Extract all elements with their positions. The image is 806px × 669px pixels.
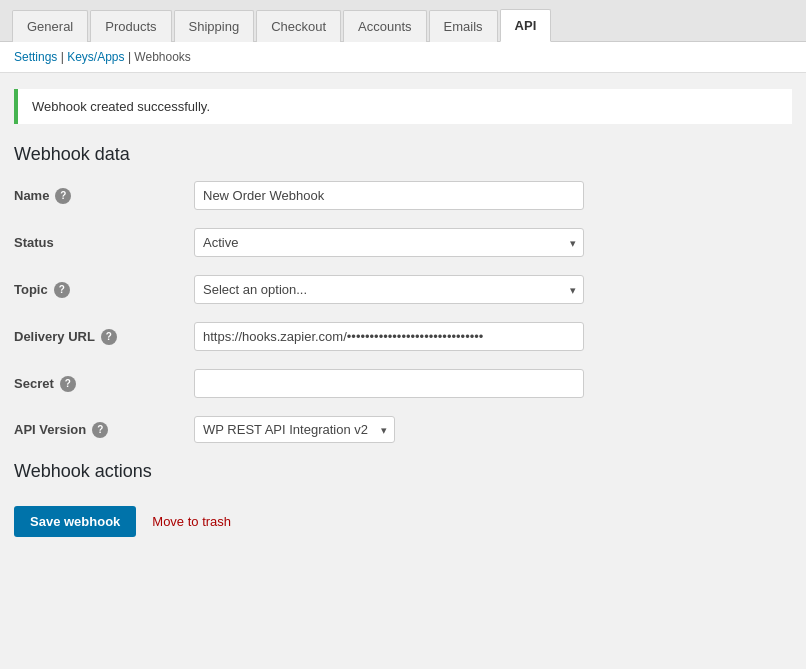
tab-shipping[interactable]: Shipping xyxy=(174,10,255,42)
delivery-url-label: Delivery URL ? xyxy=(14,329,194,345)
success-message: Webhook created successfully. xyxy=(32,99,210,114)
move-to-trash-button[interactable]: Move to trash xyxy=(152,514,231,529)
secret-input[interactable] xyxy=(194,369,584,398)
name-input-wrapper xyxy=(194,181,792,210)
delivery-url-input[interactable] xyxy=(194,322,584,351)
api-version-row: API Version ? WP REST API Integration v2… xyxy=(14,416,792,443)
name-row: Name ? xyxy=(14,181,792,210)
topic-row: Topic ? Select an option... ▾ xyxy=(14,275,792,304)
save-webhook-button[interactable]: Save webhook xyxy=(14,506,136,537)
name-help-icon[interactable]: ? xyxy=(55,188,71,204)
action-buttons: Save webhook Move to trash xyxy=(14,506,792,537)
delivery-url-input-wrapper xyxy=(194,322,792,351)
tab-accounts[interactable]: Accounts xyxy=(343,10,426,42)
breadcrumb-sep2: | xyxy=(128,50,131,64)
status-select[interactable]: Active Inactive Paused xyxy=(194,228,584,257)
delivery-url-help-icon[interactable]: ? xyxy=(101,329,117,345)
breadcrumb-settings[interactable]: Settings xyxy=(14,50,57,64)
tab-api[interactable]: API xyxy=(500,9,552,42)
secret-label: Secret ? xyxy=(14,376,194,392)
topic-help-icon[interactable]: ? xyxy=(54,282,70,298)
form-section: Name ? Status Active Inactive Paused ▾ xyxy=(14,181,792,443)
breadcrumb-sep1: | xyxy=(61,50,64,64)
delivery-url-row: Delivery URL ? xyxy=(14,322,792,351)
secret-help-icon[interactable]: ? xyxy=(60,376,76,392)
api-version-select[interactable]: WP REST API Integration v2 WP REST API I… xyxy=(194,416,395,443)
tab-checkout[interactable]: Checkout xyxy=(256,10,341,42)
success-notice: Webhook created successfully. xyxy=(14,89,792,124)
secret-row: Secret ? xyxy=(14,369,792,398)
api-version-help-icon[interactable]: ? xyxy=(92,422,108,438)
topic-input-wrapper: Select an option... ▾ xyxy=(194,275,792,304)
api-version-select-wrapper: WP REST API Integration v2 WP REST API I… xyxy=(194,416,395,443)
name-input[interactable] xyxy=(194,181,584,210)
breadcrumb: Settings | Keys/Apps | Webhooks xyxy=(0,42,806,73)
status-label: Status xyxy=(14,235,194,250)
status-row: Status Active Inactive Paused ▾ xyxy=(14,228,792,257)
content-area: Webhook created successfully. Webhook da… xyxy=(0,73,806,553)
topic-select[interactable]: Select an option... xyxy=(194,275,584,304)
webhook-data-title: Webhook data xyxy=(14,144,792,165)
api-version-input-wrapper: WP REST API Integration v2 WP REST API I… xyxy=(194,416,792,443)
tabs-bar: General Products Shipping Checkout Accou… xyxy=(0,0,806,42)
status-input-wrapper: Active Inactive Paused ▾ xyxy=(194,228,792,257)
secret-input-wrapper xyxy=(194,369,792,398)
name-label: Name ? xyxy=(14,188,194,204)
tab-products[interactable]: Products xyxy=(90,10,171,42)
status-select-wrapper: Active Inactive Paused ▾ xyxy=(194,228,584,257)
breadcrumb-current: Webhooks xyxy=(134,50,190,64)
topic-select-wrapper: Select an option... ▾ xyxy=(194,275,584,304)
api-version-label: API Version ? xyxy=(14,422,194,438)
tab-general[interactable]: General xyxy=(12,10,88,42)
webhook-actions-title: Webhook actions xyxy=(14,461,792,482)
topic-label: Topic ? xyxy=(14,282,194,298)
tab-emails[interactable]: Emails xyxy=(429,10,498,42)
breadcrumb-keys-apps[interactable]: Keys/Apps xyxy=(67,50,124,64)
